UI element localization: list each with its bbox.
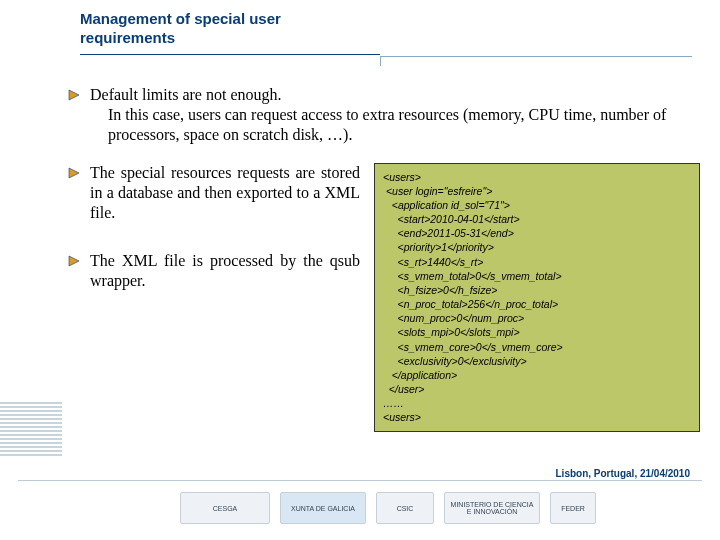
left-column: The special resources requests are store… [90,163,360,319]
svg-marker-1 [69,168,79,178]
svg-marker-2 [69,256,79,266]
bullet-3: The XML file is processed by the qsub wr… [90,251,360,291]
bullet-arrow-icon [68,254,82,268]
bullet-2-text: The special resources requests are store… [90,163,360,223]
xml-code-box: <users> <user login="esfreire"> <applica… [374,163,700,432]
svg-marker-0 [69,90,79,100]
title-line-1: Management of special user [80,10,281,27]
bullet-3-text: The XML file is processed by the qsub wr… [90,251,360,291]
content-row: The special resources requests are store… [90,163,700,432]
bullet-1: Default limits are not enough. In this c… [90,85,700,145]
bullet-arrow-icon [68,88,82,102]
side-stripe-decoration [0,400,62,456]
footer-location-date: Lisbon, Portugal, 21/04/2010 [556,468,691,479]
bullet-2: The special resources requests are store… [90,163,360,223]
bullet-1-main: Default limits are not enough. [90,86,282,103]
title-line-2: requirements [80,29,175,46]
slide-title: Management of special user requirements [80,10,720,48]
logo-feder: FEDER [550,492,596,524]
footer-separator [18,480,702,481]
slide-header: Management of special user requirements [0,0,720,61]
slide-content: Default limits are not enough. In this c… [0,61,720,432]
bullet-1-sub: In this case, users can request access t… [90,105,700,145]
logo-ministerio: MINISTERIO DE CIENCIA E INNOVACIÓN [444,492,540,524]
title-underline [80,54,380,55]
bullet-1-text: Default limits are not enough. In this c… [90,85,700,145]
logo-csic: CSIC [376,492,434,524]
bullet-arrow-icon [68,166,82,180]
logo-xunta: XUNTA DE GALICIA [280,492,366,524]
logo-cesga: CESGA [180,492,270,524]
footer-logos: CESGA XUNTA DE GALICIA CSIC MINISTERIO D… [180,488,680,528]
